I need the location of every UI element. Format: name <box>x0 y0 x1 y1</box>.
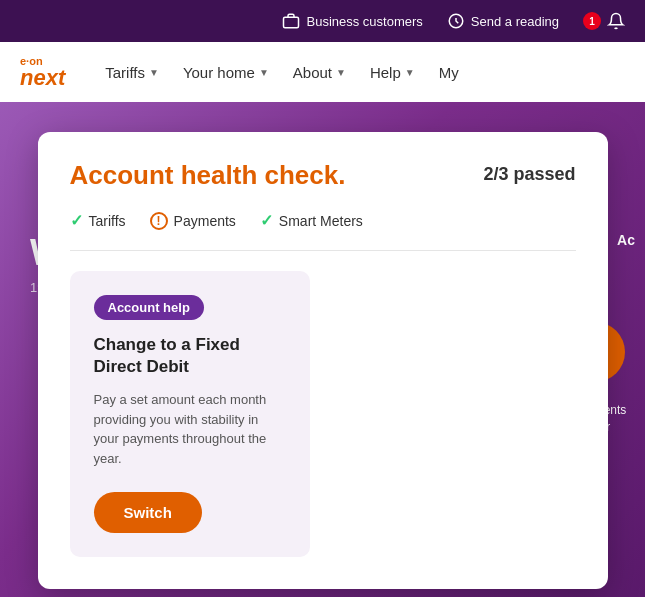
account-help-tag: Account help <box>94 295 204 320</box>
check-items-row: ✓ Tariffs ! Payments ✓ Smart Meters <box>70 211 576 251</box>
business-customers-link[interactable]: Business customers <box>282 12 422 30</box>
about-chevron-down-icon: ▼ <box>336 67 346 78</box>
health-check-header: Account health check. 2/3 passed <box>70 160 576 191</box>
health-check-card: Account health check. 2/3 passed ✓ Tarif… <box>38 132 608 589</box>
info-card-description: Pay a set amount each month providing yo… <box>94 390 286 468</box>
nav-your-home[interactable]: Your home ▼ <box>183 64 269 81</box>
nav-bar: e·on next Tariffs ▼ Your home ▼ About ▼ … <box>0 42 645 102</box>
switch-button[interactable]: Switch <box>94 492 202 533</box>
send-reading-label: Send a reading <box>471 14 559 29</box>
tariffs-chevron-down-icon: ▼ <box>149 67 159 78</box>
logo-next: next <box>20 67 65 89</box>
your-home-chevron-down-icon: ▼ <box>259 67 269 78</box>
passed-count: 2/3 passed <box>483 164 575 185</box>
meter-icon <box>447 12 465 30</box>
check-item-tariffs: ✓ Tariffs <box>70 211 126 230</box>
tariffs-pass-icon: ✓ <box>70 211 83 230</box>
business-customers-label: Business customers <box>306 14 422 29</box>
modal-overlay: Account health check. 2/3 passed ✓ Tarif… <box>0 102 645 597</box>
check-item-payments-label: Payments <box>174 213 236 229</box>
nav-tariffs[interactable]: Tariffs ▼ <box>105 64 159 81</box>
briefcase-icon <box>282 12 300 30</box>
bell-icon <box>607 12 625 30</box>
check-item-payments: ! Payments <box>150 212 236 230</box>
nav-my[interactable]: My <box>439 64 459 81</box>
check-item-tariffs-label: Tariffs <box>89 213 126 229</box>
info-card: Account help Change to a Fixed Direct De… <box>70 271 310 557</box>
info-card-title: Change to a Fixed Direct Debit <box>94 334 286 378</box>
nav-help-label: Help <box>370 64 401 81</box>
nav-your-home-label: Your home <box>183 64 255 81</box>
nav-tariffs-label: Tariffs <box>105 64 145 81</box>
check-item-smart-meters: ✓ Smart Meters <box>260 211 363 230</box>
health-check-title: Account health check. <box>70 160 346 191</box>
top-bar: Business customers Send a reading 1 <box>0 0 645 42</box>
nav-about-label: About <box>293 64 332 81</box>
notifications-link[interactable]: 1 <box>583 12 625 30</box>
help-chevron-down-icon: ▼ <box>405 67 415 78</box>
nav-items: Tariffs ▼ Your home ▼ About ▼ Help ▼ My <box>105 64 625 81</box>
svg-rect-0 <box>284 17 299 28</box>
nav-about[interactable]: About ▼ <box>293 64 346 81</box>
notification-badge: 1 <box>583 12 601 30</box>
payments-warn-icon: ! <box>150 212 168 230</box>
smart-meters-pass-icon: ✓ <box>260 211 273 230</box>
nav-help[interactable]: Help ▼ <box>370 64 415 81</box>
send-reading-link[interactable]: Send a reading <box>447 12 559 30</box>
check-item-smart-meters-label: Smart Meters <box>279 213 363 229</box>
logo[interactable]: e·on next <box>20 56 65 89</box>
